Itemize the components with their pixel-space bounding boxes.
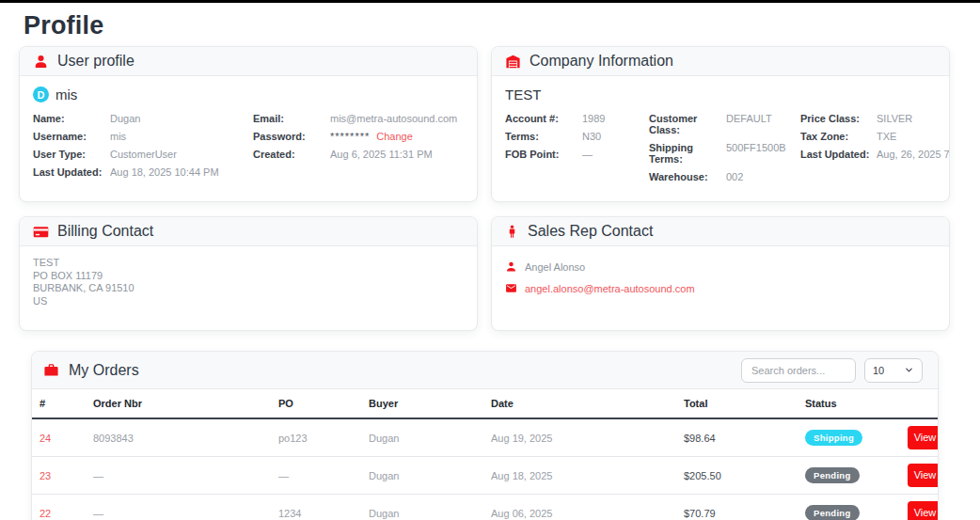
user-icon xyxy=(33,54,49,70)
field-terms: Terms: N30 xyxy=(505,131,649,142)
warehouse-icon xyxy=(505,54,521,70)
company-name: TEST xyxy=(505,87,936,102)
my-orders-title-wrap: My Orders xyxy=(43,362,139,379)
col-header-num: # xyxy=(32,389,86,418)
field-tax-zone: Tax Zone: TXE xyxy=(800,131,950,142)
order-number-link[interactable]: 23 xyxy=(40,470,51,481)
orders-controls: 10 xyxy=(741,358,923,383)
company-fields: Account #: 1989 Terms: N30 FOB Point: — xyxy=(505,113,936,189)
company-info-body: TEST Account #: 1989 Terms: N30 FOB Poin… xyxy=(492,76,949,199)
order-row: 22 — 1234 Dugan Aug 06, 2025 $70.79 Pend… xyxy=(32,495,939,520)
billing-line: PO BOX 11179 xyxy=(33,270,464,283)
avatar: D xyxy=(33,87,49,102)
company-info-card: Company Information TEST Account #: 1989… xyxy=(491,46,950,202)
date-cell: Aug 06, 2025 xyxy=(483,495,676,520)
person-standing-icon xyxy=(505,224,519,240)
view-order-button[interactable]: View xyxy=(908,426,939,449)
billing-contact-title: Billing Contact xyxy=(57,223,153,240)
billing-line: TEST xyxy=(33,257,464,270)
field-created: Created: Aug 6, 2025 11:31 PM xyxy=(253,149,464,160)
buyer-cell: Dugan xyxy=(361,495,483,520)
billing-line: BURBANK, CA 91510 xyxy=(33,282,464,295)
col-header-actions xyxy=(900,389,939,418)
buyer-cell: Dugan xyxy=(361,418,483,457)
cards-grid: User profile D mis Name: Dugan Username: xyxy=(0,46,980,331)
company-info-title: Company Information xyxy=(530,53,673,70)
total-cell: $70.79 xyxy=(676,495,798,520)
sales-rep-email-link[interactable]: angel.alonso@metra-autosound.com xyxy=(525,283,695,294)
company-info-header: Company Information xyxy=(492,47,949,76)
order-nbr-cell: 8093843 xyxy=(86,418,271,457)
status-badge: Pending xyxy=(805,505,860,520)
po-cell: — xyxy=(271,457,361,495)
field-last-updated: Last Updated: Aug 18, 2025 10:44 PM xyxy=(33,166,244,178)
field-user-type: User Type: CustomerUser xyxy=(33,149,244,160)
search-orders-input[interactable] xyxy=(741,358,856,383)
user-profile-title: User profile xyxy=(57,53,134,70)
order-row: 24 8093843 po123 Dugan Aug 19, 2025 $98.… xyxy=(32,418,939,457)
col-header-date: Date xyxy=(483,389,676,418)
avatar-row: D mis xyxy=(33,87,464,102)
order-nbr-cell: — xyxy=(86,457,271,495)
envelope-icon xyxy=(505,282,517,294)
display-name: mis xyxy=(55,87,77,102)
view-order-button[interactable]: View xyxy=(908,501,939,520)
briefcase-icon xyxy=(43,362,59,378)
sales-rep-body: Angel Alonso angel.alonso@metra-autosoun… xyxy=(492,246,949,314)
field-password: Password: ******** Change xyxy=(253,131,464,142)
my-orders-header: My Orders 10 xyxy=(32,352,938,389)
total-cell: $98.64 xyxy=(676,418,798,457)
field-email: Email: mis@metra-autosound.com xyxy=(253,113,464,124)
field-name: Name: Dugan xyxy=(33,113,244,124)
col-header-buyer: Buyer xyxy=(361,389,483,418)
po-cell: po123 xyxy=(271,418,361,457)
field-username: Username: mis xyxy=(33,131,244,142)
field-company-last-updated: Last Updated: Aug, 26, 2025 7:07 PM xyxy=(800,149,950,160)
date-cell: Aug 18, 2025 xyxy=(483,457,676,495)
sales-rep-header: Sales Rep Contact xyxy=(492,217,949,246)
field-price-class: Price Class: SILVER xyxy=(800,113,950,124)
po-cell: 1234 xyxy=(271,495,361,520)
field-shipping-terms: Shipping Terms: 500FF1500B xyxy=(649,142,800,165)
status-badge: Pending xyxy=(805,467,860,483)
user-profile-card: User profile D mis Name: Dugan Username: xyxy=(19,46,478,202)
field-fob-point: FOB Point: — xyxy=(505,149,649,160)
field-account: Account #: 1989 xyxy=(505,113,649,124)
col-header-order-nbr: Order Nbr xyxy=(86,389,271,418)
user-profile-body: D mis Name: Dugan Username: mis xyxy=(20,76,477,195)
field-warehouse: Warehouse: 002 xyxy=(649,171,800,182)
sales-rep-name-row: Angel Alonso xyxy=(505,260,936,273)
billing-contact-header: Billing Contact xyxy=(20,217,477,246)
profile-page: Profile User profile D mis Name: xyxy=(0,0,980,520)
order-number-link[interactable]: 24 xyxy=(40,433,51,444)
orders-table: # Order Nbr PO Buyer Date Total Status 2… xyxy=(32,389,939,520)
page-size-select[interactable]: 10 xyxy=(864,358,923,383)
sales-rep-email-row: angel.alonso@metra-autosound.com xyxy=(505,282,936,294)
orders-table-header-row: # Order Nbr PO Buyer Date Total Status xyxy=(32,389,939,418)
billing-line: US xyxy=(33,295,464,308)
status-badge: Shipping xyxy=(805,430,862,446)
sales-rep-card: Sales Rep Contact Angel Alonso angel.alo… xyxy=(491,216,950,331)
sales-rep-title: Sales Rep Contact xyxy=(528,223,653,240)
sales-rep-name: Angel Alonso xyxy=(525,261,585,273)
field-customer-class: Customer Class: DEFAULT xyxy=(649,113,800,135)
user-profile-header: User profile xyxy=(20,47,477,76)
page-size-value: 10 xyxy=(873,365,884,376)
billing-contact-body: TEST PO BOX 11179 BURBANK, CA 91510 US xyxy=(20,246,477,318)
order-nbr-cell: — xyxy=(86,495,271,520)
chevron-down-icon xyxy=(904,365,914,375)
col-header-po: PO xyxy=(271,389,361,418)
change-password-link[interactable]: Change xyxy=(376,131,413,142)
my-orders-card: My Orders 10 # Order Nbr xyxy=(31,351,939,520)
credit-card-icon xyxy=(33,224,49,240)
buyer-cell: Dugan xyxy=(361,457,483,495)
user-fields: Name: Dugan Username: mis User Type: Cus… xyxy=(33,113,464,184)
date-cell: Aug 19, 2025 xyxy=(483,418,676,457)
col-header-status: Status xyxy=(798,389,900,418)
total-cell: $205.50 xyxy=(676,457,798,495)
my-orders-title: My Orders xyxy=(69,362,139,379)
page-title: Profile xyxy=(24,11,980,40)
order-number-link[interactable]: 22 xyxy=(40,508,51,519)
person-icon xyxy=(505,260,517,273)
view-order-button[interactable]: View xyxy=(908,464,939,487)
